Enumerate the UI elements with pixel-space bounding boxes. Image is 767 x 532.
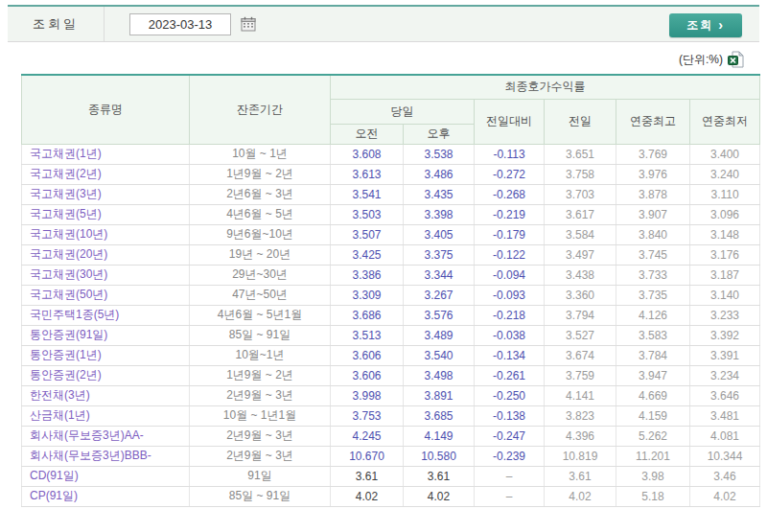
change-cell: -0.094: [475, 265, 545, 285]
table-row: 국고채권(5년) 4년6월 ~ 5년 3.503 3.398 -0.219 3.…: [22, 204, 760, 224]
bond-name-cell[interactable]: 국고채권(10년): [22, 224, 190, 244]
year-high-cell: 4.159: [616, 405, 690, 426]
bond-name-cell[interactable]: 국고채권(50년): [22, 285, 190, 305]
table-row: 국고채권(10년) 9년6월~10년 3.507 3.405 -0.179 3.…: [22, 224, 760, 244]
maturity-cell: 9년6월~10년: [190, 224, 331, 244]
pm-yield-cell: 3.61: [404, 466, 475, 486]
search-button[interactable]: 조회 ›: [669, 13, 742, 37]
bond-name-cell[interactable]: 회사채(무보증3년)BBB-: [22, 446, 190, 466]
bond-name-cell[interactable]: 산금채(1년): [22, 405, 190, 426]
year-low-cell: 3.391: [690, 345, 760, 365]
bond-name-cell[interactable]: 통안증권(1년): [22, 345, 190, 365]
calendar-icon[interactable]: [241, 16, 256, 32]
maturity-cell: 10월~1년: [190, 345, 331, 365]
year-high-cell: 11.201: [616, 446, 690, 466]
year-high-cell: 5.18: [616, 486, 690, 506]
pm-yield-cell: 3.685: [404, 405, 475, 426]
am-yield-cell: 3.61: [331, 466, 404, 486]
change-cell: -0.093: [475, 285, 545, 305]
year-high-cell: 5.262: [616, 426, 690, 446]
maturity-cell: 85일 ~ 91일: [190, 325, 331, 345]
pm-yield-cell: 3.498: [404, 365, 475, 385]
yield-table: 종류명 잔존기간 최종호가수익률 당일 전일대비 전일 연중최고 연중최저 오전…: [21, 74, 760, 507]
bond-name-cell[interactable]: 회사채(무보증3년)AA-: [22, 426, 190, 446]
pm-yield-cell: 3.538: [404, 144, 475, 164]
prev-yield-cell: 4.141: [545, 385, 616, 405]
year-low-cell: 4.02: [690, 486, 760, 506]
change-cell: -0.268: [475, 184, 545, 204]
am-yield-cell: 3.507: [331, 224, 404, 244]
header-am: 오전: [331, 124, 404, 144]
am-yield-cell: 3.998: [331, 385, 404, 405]
pm-yield-cell: 3.375: [404, 244, 475, 265]
table-row: 통안증권(91일) 85일 ~ 91일 3.513 3.489 -0.038 3…: [22, 325, 760, 345]
date-label: 조회일: [8, 15, 104, 33]
year-low-cell: 3.234: [690, 365, 760, 385]
year-low-cell: 3.400: [690, 144, 760, 164]
table-row: 국민주택1종(5년) 4년6월 ~ 5년1월 3.686 3.576 -0.21…: [22, 305, 760, 325]
table-row: 통안증권(1년) 10월~1년 3.606 3.540 -0.134 3.674…: [22, 345, 760, 365]
year-high-cell: 3.907: [616, 204, 690, 224]
am-yield-cell: 3.386: [331, 265, 404, 285]
bond-name-cell[interactable]: 국고채권(20년): [22, 244, 190, 265]
pm-yield-cell: 3.344: [404, 265, 475, 285]
bond-name-cell[interactable]: 한전채(3년): [22, 385, 190, 405]
am-yield-cell: 3.753: [331, 405, 404, 426]
maturity-cell: 85일 ~ 91일: [190, 486, 331, 506]
bond-name-cell[interactable]: 국고채권(2년): [22, 164, 190, 184]
table-row: CD(91일) 91일 3.61 3.61 – 3.61 3.98 3.46: [22, 466, 760, 486]
yield-table-body: 국고채권(1년) 10월 ~ 1년 3.608 3.538 -0.113 3.6…: [22, 144, 760, 506]
maturity-cell: 91일: [190, 466, 331, 486]
year-high-cell: 3.733: [616, 265, 690, 285]
year-high-cell: 3.878: [616, 184, 690, 204]
bond-name-cell[interactable]: 국고채권(3년): [22, 184, 190, 204]
header-type: 종류명: [22, 75, 190, 144]
year-high-cell: 3.976: [616, 164, 690, 184]
prev-yield-cell: 3.703: [545, 184, 616, 204]
table-row: CP(91일) 85일 ~ 91일 4.02 4.02 – 4.02 5.18 …: [22, 486, 760, 506]
change-cell: -0.261: [475, 365, 545, 385]
bond-name-cell[interactable]: 통안증권(2년): [22, 365, 190, 385]
change-cell: –: [475, 486, 545, 506]
change-cell: -0.219: [475, 204, 545, 224]
prev-yield-cell: 3.651: [545, 144, 616, 164]
bond-name-cell[interactable]: 국고채권(30년): [22, 265, 190, 285]
bond-name-cell[interactable]: CP(91일): [22, 486, 190, 506]
maturity-cell: 47년~50년: [190, 285, 331, 305]
bond-name-cell[interactable]: 국고채권(5년): [22, 204, 190, 224]
change-cell: -0.247: [475, 426, 545, 446]
year-high-cell: 3.840: [616, 224, 690, 244]
bond-name-cell[interactable]: 국고채권(1년): [22, 144, 190, 164]
year-high-cell: 3.583: [616, 325, 690, 345]
year-low-cell: 3.240: [690, 164, 760, 184]
maturity-cell: 2년9월 ~ 3년: [190, 385, 331, 405]
year-low-cell: 3.481: [690, 405, 760, 426]
search-bar: 조회일 조회 ›: [8, 5, 759, 42]
am-yield-cell: 3.513: [331, 325, 404, 345]
pm-yield-cell: 3.398: [404, 204, 475, 224]
bond-name-cell[interactable]: 국민주택1종(5년): [22, 305, 190, 325]
maturity-cell: 29년~30년: [190, 265, 331, 285]
table-row: 국고채권(30년) 29년~30년 3.386 3.344 -0.094 3.4…: [22, 265, 760, 285]
pm-yield-cell: 4.02: [404, 486, 475, 506]
chevron-right-icon: ›: [718, 18, 725, 32]
header-today-group: 당일: [331, 99, 475, 124]
page: 조회일 조회 › (단위:%): [0, 0, 767, 532]
prev-yield-cell: 3.61: [545, 466, 616, 486]
change-cell: -0.134: [475, 345, 545, 365]
year-low-cell: 3.392: [690, 325, 760, 345]
am-yield-cell: 4.02: [331, 486, 404, 506]
date-input[interactable]: [129, 13, 231, 35]
table-row: 국고채권(1년) 10월 ~ 1년 3.608 3.538 -0.113 3.6…: [22, 144, 760, 164]
calendar-icon-svg: [241, 16, 256, 32]
bond-name-cell[interactable]: CD(91일): [22, 466, 190, 486]
year-low-cell: 3.148: [690, 224, 760, 244]
maturity-cell: 1년9월 ~ 2년: [190, 365, 331, 385]
am-yield-cell: 3.541: [331, 184, 404, 204]
bond-name-cell[interactable]: 통안증권(91일): [22, 325, 190, 345]
year-high-cell: 3.769: [616, 144, 690, 164]
year-high-cell: 3.735: [616, 285, 690, 305]
excel-download-icon[interactable]: [728, 51, 744, 68]
maturity-cell: 10월 ~ 1년1월: [190, 405, 331, 426]
maturity-cell: 2년9월 ~ 3년: [190, 426, 331, 446]
